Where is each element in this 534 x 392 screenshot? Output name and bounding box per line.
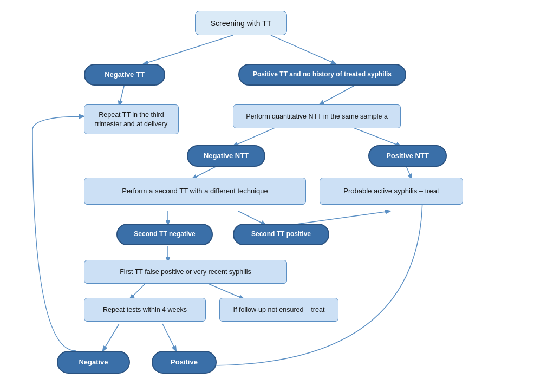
probable-active-node: Probable active syphilis – treat xyxy=(320,178,463,205)
perform-second-tt-node: Perform a second TT with a different tec… xyxy=(84,178,306,205)
svg-line-13 xyxy=(206,283,244,299)
svg-line-6 xyxy=(192,166,217,179)
svg-line-2 xyxy=(119,84,125,106)
repeat-tt-third-node: Repeat TT in the third trimester and at … xyxy=(84,104,179,134)
second-tt-positive-node: Second TT positive xyxy=(233,224,329,245)
if-followup-node: If follow-up not ensured – treat xyxy=(219,298,338,322)
diagram-container: Screening with TT Negative TT Positive T… xyxy=(0,0,534,392)
svg-line-14 xyxy=(103,324,119,351)
positive-tt-node: Positive TT and no history of treated sy… xyxy=(238,64,406,86)
positive-ntt-node: Positive NTT xyxy=(368,145,447,167)
svg-line-11 xyxy=(292,211,390,225)
positive-node: Positive xyxy=(152,351,217,374)
negative-node: Negative xyxy=(57,351,130,374)
svg-line-1 xyxy=(271,35,336,64)
svg-line-12 xyxy=(130,283,146,299)
second-tt-negative-node: Second TT negative xyxy=(116,224,213,245)
negative-ntt-node: Negative NTT xyxy=(187,145,265,167)
svg-line-4 xyxy=(233,127,276,146)
svg-line-0 xyxy=(144,35,233,64)
negative-tt-node: Negative TT xyxy=(84,64,165,86)
first-tt-false-node: First TT false positive or very recent s… xyxy=(84,260,287,284)
svg-line-9 xyxy=(238,211,265,225)
svg-line-7 xyxy=(406,166,412,179)
screening-node: Screening with TT xyxy=(195,11,287,35)
svg-line-15 xyxy=(162,324,176,351)
repeat-tests-node: Repeat tests within 4 weeks xyxy=(84,298,206,322)
svg-line-3 xyxy=(320,84,357,104)
perform-quantitative-node: Perform quantitative NTT in the same sam… xyxy=(233,104,401,128)
svg-line-5 xyxy=(352,127,401,146)
